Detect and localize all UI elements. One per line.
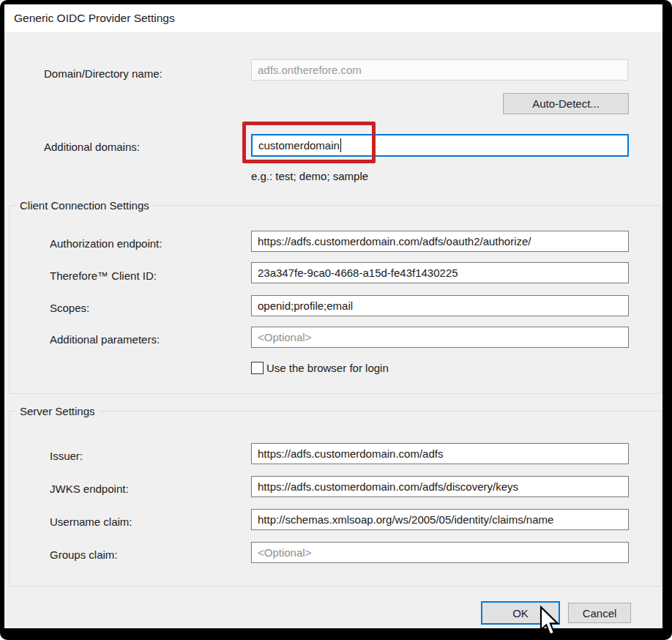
client-id-input[interactable] [251,262,629,283]
additional-domains-input[interactable]: customerdomain [251,134,629,157]
dialog-body: Domain/Directory name: Auto-Detect... Ad… [4,32,662,628]
authorization-endpoint-input[interactable] [251,231,629,252]
client-connection-settings-title: Client Connection Settings [16,199,153,212]
scopes-input[interactable] [251,295,629,316]
dialog-titlebar: Generic OIDC Provider Settings [4,4,662,32]
authorization-endpoint-label: Authorization endpoint: [50,237,162,250]
additional-domains-value: customerdomain [258,139,340,152]
oidc-settings-dialog: Generic OIDC Provider Settings Domain/Di… [4,4,662,628]
ok-button[interactable]: OK [481,601,560,625]
browser-login-checkbox[interactable] [251,362,264,374]
additional-parameters-input[interactable] [251,327,629,348]
browser-login-checkbox-row[interactable]: Use the browser for login [251,362,389,374]
text-caret [340,138,342,152]
client-id-label: Therefore™ Client ID: [50,269,157,282]
jwks-endpoint-label: JWKS endpoint: [50,483,129,495]
browser-login-checkbox-label: Use the browser for login [266,362,389,374]
domain-name-label: Domain/Directory name: [44,67,163,80]
dialog-title: Generic OIDC Provider Settings [14,12,175,25]
additional-parameters-label: Additional parameters: [50,333,160,346]
jwks-endpoint-input[interactable] [251,476,629,497]
groups-claim-label: Groups claim: [50,548,118,561]
auto-detect-button[interactable]: Auto-Detect... [503,93,629,114]
cancel-button[interactable]: Cancel [568,603,631,623]
additional-domains-hint: e.g.: test; demo; sample [251,170,368,182]
screenshot-frame: Generic OIDC Provider Settings Domain/Di… [0,0,672,640]
username-claim-input[interactable] [251,509,629,530]
domain-name-input [251,59,628,81]
scopes-label: Scopes: [50,302,89,314]
additional-domains-label: Additional domains: [44,141,140,153]
groups-claim-input[interactable] [251,542,629,563]
issuer-label: Issuer: [50,450,83,462]
issuer-input[interactable] [251,443,629,464]
username-claim-label: Username claim: [50,516,132,528]
server-settings-title: Server Settings [16,405,99,417]
